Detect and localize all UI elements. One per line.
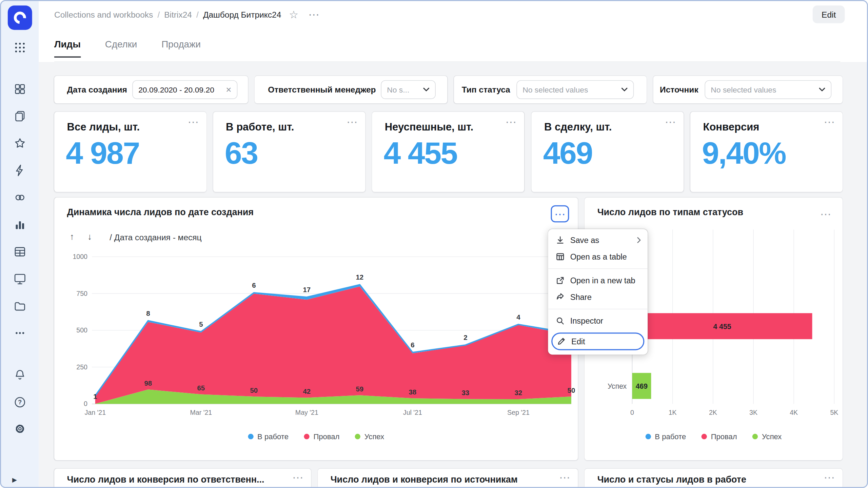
svg-text:2K: 2K — [709, 409, 717, 416]
help-question-icon[interactable]: ? — [9, 391, 31, 413]
date-range-input[interactable]: × — [132, 80, 237, 99]
chevron-down-icon — [819, 87, 826, 92]
menu-item-open-new-tab[interactable]: Open in a new tab — [548, 272, 648, 289]
tab-leads[interactable]: Лиды — [54, 28, 81, 62]
bottom-card-statuses-in-progress: Число и статусы лидов в работе ⋯ — [585, 469, 843, 488]
menu-item-inspector[interactable]: Inspector — [548, 312, 648, 329]
source-select[interactable]: No selected values — [705, 80, 831, 99]
status-type-select[interactable]: No selected values — [516, 80, 634, 99]
kpi-menu-icon[interactable]: ⋯ — [347, 116, 358, 127]
legend-label: Провал — [313, 432, 339, 441]
kpi-value: 63 — [225, 135, 258, 171]
svg-text:98: 98 — [144, 380, 152, 387]
filter-label: Источник — [660, 85, 698, 94]
manager-select[interactable]: No s... — [381, 80, 436, 99]
table-icon — [556, 252, 565, 261]
settings-gear-icon[interactable] — [9, 418, 31, 440]
legend-dot-icon — [646, 434, 651, 439]
datasets-table-icon[interactable] — [9, 241, 31, 263]
svg-text:12: 12 — [356, 273, 364, 281]
menu-item-share[interactable]: Share — [548, 289, 648, 305]
dashboards-monitor-icon[interactable] — [9, 268, 31, 290]
chart-menu-icon[interactable]: ⋯ — [559, 472, 570, 483]
legend-item-fail[interactable]: Провал — [702, 432, 737, 441]
apps-grid-icon[interactable] — [9, 37, 31, 59]
app-window: ? ▶ Collections and workbooks / Bitrix24… — [0, 0, 868, 488]
chevron-down-icon — [423, 87, 430, 92]
sidebar-expand-icon[interactable]: ▶ — [12, 476, 17, 484]
svg-text:65: 65 — [197, 384, 205, 392]
svg-text:4: 4 — [516, 313, 520, 321]
chart-menu-icon[interactable]: ⋯ — [292, 472, 303, 483]
svg-text:8: 8 — [146, 310, 150, 317]
header-more-icon[interactable]: ⋯ — [308, 9, 319, 20]
legend-item-in-progress[interactable]: В работе — [248, 432, 289, 441]
kpi-card-all-leads: Все лиды, шт. ⋯ 4 987 — [54, 112, 206, 192]
editor-lightning-icon[interactable] — [9, 159, 31, 181]
kpi-value: 4 455 — [383, 135, 457, 171]
legend-item-in-progress[interactable]: В работе — [646, 432, 686, 441]
svg-text:500: 500 — [76, 326, 87, 334]
svg-text:Jan '21: Jan '21 — [85, 409, 106, 416]
kpi-menu-icon[interactable]: ⋯ — [824, 116, 835, 127]
notifications-bell-icon[interactable] — [9, 364, 31, 386]
favorite-star-icon[interactable]: ☆ — [289, 9, 298, 20]
legend-item-success[interactable]: Успех — [752, 432, 782, 441]
chart-menu-icon[interactable]: ⋯ — [824, 472, 835, 483]
kpi-menu-icon[interactable]: ⋯ — [506, 116, 517, 127]
connections-icon[interactable] — [9, 186, 31, 208]
chart-menu-button[interactable]: ⋯ — [816, 205, 835, 223]
svg-text:42: 42 — [303, 388, 311, 395]
chart-menu-button[interactable]: ⋯ — [551, 205, 569, 223]
more-ellipsis-icon[interactable] — [9, 322, 31, 344]
filter-label: Дата создания — [67, 85, 127, 94]
svg-text:2: 2 — [463, 334, 467, 341]
tab-sales[interactable]: Продажи — [161, 28, 201, 62]
collections-icon[interactable] — [9, 78, 31, 100]
menu-divider — [548, 268, 648, 269]
edit-dashboard-button[interactable]: Edit — [813, 5, 845, 23]
legend-dot-icon — [355, 434, 360, 439]
kpi-title: В работе, шт. — [226, 121, 294, 134]
filter-label: Тип статуса — [462, 85, 510, 94]
menu-item-open-as-table[interactable]: Open as a table — [548, 248, 648, 265]
svg-text:Sep '21: Sep '21 — [507, 409, 530, 416]
kpi-menu-icon[interactable]: ⋯ — [665, 116, 676, 127]
svg-text:469: 469 — [636, 382, 648, 390]
svg-text:1: 1 — [93, 393, 97, 400]
menu-label: Open in a new tab — [570, 276, 635, 285]
menu-item-edit[interactable]: Edit — [551, 332, 644, 350]
kpi-title: Конверсия — [703, 121, 759, 134]
datalens-logo[interactable] — [8, 5, 32, 30]
kpi-card-to-deal: В сделку, шт. ⋯ 469 — [531, 112, 684, 192]
menu-label: Inspector — [570, 317, 603, 325]
filter-card-source: Источник No selected values — [653, 76, 843, 104]
filter-label: Ответственный менеджер — [268, 85, 376, 94]
external-link-icon — [556, 276, 565, 285]
sort-asc-icon[interactable]: ↑ — [70, 232, 74, 241]
legend-item-success[interactable]: Успех — [355, 432, 384, 441]
breadcrumb-workbook[interactable]: Bitrix24 — [164, 10, 192, 19]
bottom-card-by-source: Число лидов и конверсия по источникам ⋯ — [318, 469, 578, 488]
date-range-value[interactable] — [138, 85, 222, 94]
chart-legend: В работе Провал Успех — [585, 431, 843, 442]
legend-item-fail[interactable]: Провал — [304, 432, 340, 441]
tab-deals[interactable]: Сделки — [105, 28, 137, 62]
menu-label: Edit — [571, 337, 585, 346]
menu-item-save-as[interactable]: Save as — [548, 232, 648, 248]
bottom-card-by-manager: Число лидов и конверсия по ответственн..… — [54, 469, 311, 488]
kpi-title: Неуспешные, шт. — [385, 121, 473, 134]
kpi-menu-icon[interactable]: ⋯ — [188, 116, 199, 127]
storage-folder-icon[interactable] — [9, 295, 31, 317]
sort-desc-icon[interactable]: ↓ — [87, 232, 92, 241]
svg-text:3K: 3K — [749, 409, 757, 416]
svg-text:Jul '21: Jul '21 — [403, 409, 422, 416]
svg-text:May '21: May '21 — [295, 409, 318, 416]
favorites-star-icon[interactable] — [9, 132, 31, 154]
charts-icon[interactable] — [9, 214, 31, 236]
workbooks-icon[interactable] — [9, 105, 31, 127]
kpi-value: 4 987 — [66, 135, 139, 171]
chart-title: Число и статусы лидов в работе — [597, 474, 746, 485]
breadcrumb-collections[interactable]: Collections and workbooks — [54, 10, 153, 19]
clear-icon[interactable]: × — [226, 85, 231, 95]
